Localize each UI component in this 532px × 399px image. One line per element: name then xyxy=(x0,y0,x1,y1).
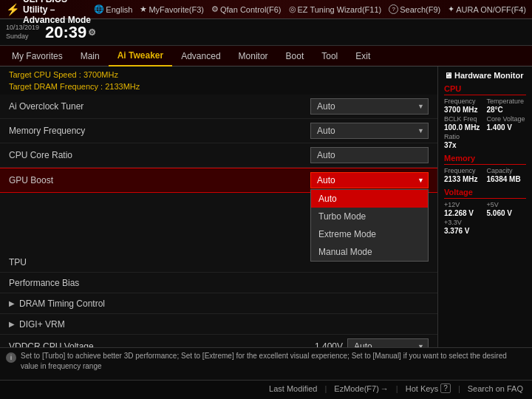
hw-mem-freq-value: 2133 MHz xyxy=(444,175,484,183)
cpu-core-ratio-value: Auto xyxy=(317,150,335,160)
hw-bclk-value: 100.0 MHz xyxy=(444,123,484,132)
ai-overclock-label: Ai Overclock Tuner xyxy=(9,101,310,112)
myfavorites-control[interactable]: ★ MyFavorite(F3) xyxy=(140,4,204,14)
hw-cpu-freq-label: Frequency Temperature 3700 MHz 28°C xyxy=(444,98,526,114)
datetime-bar: 10/13/2019 Sunday 20:39 ⚙ xyxy=(0,19,532,46)
tab-favorites[interactable]: My Favorites xyxy=(3,46,72,66)
tab-tool[interactable]: Tool xyxy=(313,46,347,66)
eztuning-control[interactable]: ◎ EZ Tuning Wizard(F11) xyxy=(289,4,382,14)
gear-icon[interactable]: ⚙ xyxy=(88,27,96,38)
ez-mode-button[interactable]: EzMode(F7) → xyxy=(334,384,389,393)
dropdown-arrow2-icon: ▼ xyxy=(417,127,424,134)
hot-keys-button[interactable]: Hot Keys ? xyxy=(406,383,451,393)
tab-advanced[interactable]: Advanced xyxy=(172,46,229,66)
search-icon: ? xyxy=(389,4,398,14)
date-display: 10/13/2019 Sunday xyxy=(6,24,39,41)
vddcr-cpu-row: VDDCR CPU Voltage 1.400V Auto ▼ xyxy=(0,335,437,347)
hw-12v-value: 12.268 V xyxy=(444,209,484,217)
arrow-icon: → xyxy=(381,384,389,393)
hw-temp-value: 28°C xyxy=(487,106,527,114)
hw-bclk-label: BCLK Freq xyxy=(444,115,484,123)
search-faq-button[interactable]: Search on FAQ xyxy=(468,384,523,393)
gpu-boost-option-extreme[interactable]: Extreme Mode xyxy=(311,225,428,243)
hw-5v-label: +5V xyxy=(487,201,527,208)
myfavorites-label: MyFavorite(F3) xyxy=(149,5,204,14)
last-modified[interactable]: Last Modified xyxy=(269,384,317,393)
hotkeys-num-icon: ? xyxy=(440,383,451,393)
memory-frequency-row: Memory Frequency Auto ▼ xyxy=(0,119,437,143)
hw-capacity-value: 16384 MB xyxy=(487,175,527,183)
vddcr-cpu-dropdown-value: Auto xyxy=(354,341,372,347)
hw-ratio-label: Ratio xyxy=(444,133,484,140)
gpu-boost-option-auto[interactable]: Auto xyxy=(311,190,428,208)
hw-freq-label: Frequency xyxy=(444,98,484,105)
aura-control[interactable]: ✦ AURA ON/OFF(F4) xyxy=(448,4,526,14)
hw-mem-freq-label: Frequency xyxy=(444,167,484,174)
info-text: Set to [Turbo] to achieve better 3D perf… xyxy=(21,351,526,372)
ai-overclock-row: Ai Overclock Tuner Auto ▼ xyxy=(0,95,437,119)
header-controls: 🌐 English ★ MyFavorite(F3) ⚙ Qfan Contro… xyxy=(94,4,526,14)
monitor-icon: 🖥 xyxy=(444,71,452,80)
hw-12v-label: +12V xyxy=(444,201,484,208)
qfan-control[interactable]: ⚙ Qfan Control(F6) xyxy=(211,4,282,14)
eztuning-icon: ◎ xyxy=(289,4,296,14)
dropdown-arrow-icon: ▼ xyxy=(417,103,424,110)
hw-corevolt-value: 1.400 V xyxy=(487,123,527,132)
hw-ratio-value: 37x xyxy=(444,141,484,149)
vddcr-cpu-value: 1.400V xyxy=(315,341,343,347)
hw-voltage-grid: +12V +5V 12.268 V 5.060 V xyxy=(444,201,526,217)
aura-icon: ✦ xyxy=(448,4,454,14)
tab-ai-tweaker[interactable]: Ai Tweaker xyxy=(109,46,172,66)
hw-voltage-section-title: Voltage xyxy=(444,188,526,199)
digi-vrm-section[interactable]: ▶ DIGI+ VRM xyxy=(0,314,437,335)
gpu-boost-option-manual[interactable]: Manual Mode xyxy=(311,243,428,261)
hw-temp-label: Temperature xyxy=(487,98,527,105)
left-panel: Target CPU Speed : 3700MHz Target DRAM F… xyxy=(0,66,437,347)
hw-corevolt-label: Core Voltage xyxy=(487,115,527,123)
header-title: UEFI BIOS Utility – Advanced Mode xyxy=(23,0,94,25)
time-display: 20:39 ⚙ xyxy=(45,23,96,42)
hw-memory-grid: Frequency Capacity 2133 MHz 16384 MB xyxy=(444,167,526,183)
dram-timing-label: DRAM Timing Control xyxy=(19,299,105,309)
hardware-monitor-panel: 🖥 Hardware Monitor CPU Frequency Tempera… xyxy=(437,66,532,347)
performance-bias-label: Performance Bias xyxy=(9,278,429,288)
qfan-icon: ⚙ xyxy=(211,4,219,14)
tab-monitor[interactable]: Monitor xyxy=(230,46,277,66)
tab-main[interactable]: Main xyxy=(72,46,109,66)
header: ⚡ UEFI BIOS Utility – Advanced Mode 🌐 En… xyxy=(0,0,532,19)
target-cpu-speed: Target CPU Speed : 3700MHz xyxy=(9,69,429,81)
eztuning-label: EZ Tuning Wizard(F11) xyxy=(298,5,382,14)
hw-3v3-label: +3.3V xyxy=(444,219,484,226)
hw-3v3-value: 3.376 V xyxy=(444,227,484,235)
target-info: Target CPU Speed : 3700MHz Target DRAM F… xyxy=(0,66,437,95)
tab-exit[interactable]: Exit xyxy=(347,46,379,66)
hw-ratio-grid: Ratio 37x xyxy=(444,133,526,149)
digi-vrm-arrow-icon: ▶ xyxy=(9,320,15,328)
star-icon: ★ xyxy=(140,4,147,14)
rog-logo: ⚡ xyxy=(6,3,20,16)
hw-cpu-bclk-grid: BCLK Freq Core Voltage 100.0 MHz 1.400 V xyxy=(444,115,526,132)
gpu-boost-row: GPU Boost Auto ▼ Auto Turbo Mode Extreme… xyxy=(0,168,437,193)
hw-cpu-section-title: CPU xyxy=(444,84,526,95)
gpu-boost-options: Auto Turbo Mode Extreme Mode Manual Mode xyxy=(310,189,429,262)
hw-5v-value: 5.060 V xyxy=(487,209,527,217)
hw-3v3-grid: +3.3V 3.376 V xyxy=(444,219,526,235)
tab-boot[interactable]: Boot xyxy=(277,46,313,66)
gpu-boost-label: GPU Boost xyxy=(9,175,310,185)
memory-frequency-label: Memory Frequency xyxy=(9,126,310,136)
ai-overclock-dropdown-wrapper[interactable]: Auto ▼ xyxy=(310,98,429,115)
status-divider-1: | xyxy=(324,384,327,393)
dram-timing-section[interactable]: ▶ DRAM Timing Control xyxy=(0,293,437,314)
gpu-boost-arrow-icon: ▼ xyxy=(417,177,424,184)
globe-icon: 🌐 xyxy=(94,4,104,14)
vddcr-cpu-dropdown-wrapper[interactable]: Auto ▼ xyxy=(347,338,429,347)
gpu-boost-dropdown-wrapper[interactable]: Auto ▼ xyxy=(310,172,429,188)
language-control[interactable]: 🌐 English xyxy=(94,4,132,14)
gpu-boost-option-turbo[interactable]: Turbo Mode xyxy=(311,208,428,225)
search-label: Search(F9) xyxy=(400,5,440,14)
language-label: English xyxy=(106,5,132,14)
ai-overclock-value: Auto xyxy=(317,101,335,112)
search-control[interactable]: ? Search(F9) xyxy=(389,4,440,14)
hw-freq-value: 3700 MHz xyxy=(444,106,484,114)
memory-frequency-dropdown-wrapper[interactable]: Auto ▼ xyxy=(310,123,429,139)
